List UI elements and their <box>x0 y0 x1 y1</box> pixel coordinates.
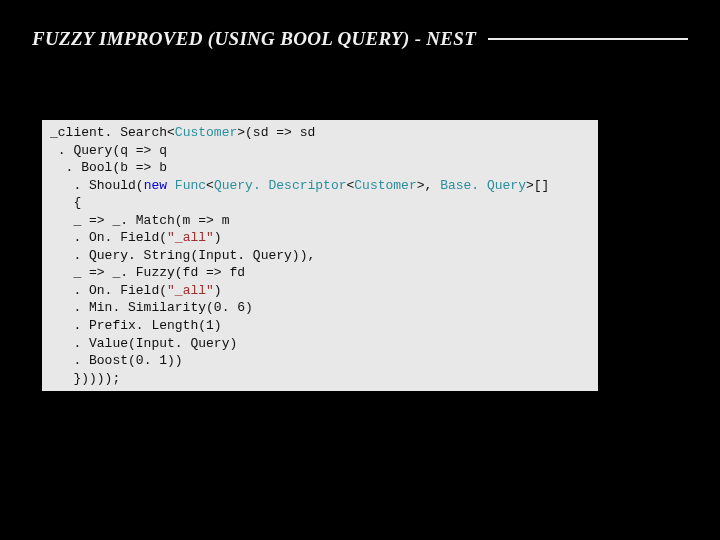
code-line-1: _client. Search<Customer>(sd => sd <box>50 125 315 140</box>
code-line-11: . Min. Similarity(0. 6) <box>50 300 253 315</box>
code-line-9: _ => _. Fuzzy(fd => fd <box>50 265 245 280</box>
title-rule <box>488 38 688 40</box>
slide: FUZZY IMPROVED (USING BOOL QUERY) - NEST… <box>0 0 720 540</box>
code-line-8: . Query. String(Input. Query)), <box>50 248 315 263</box>
title-row: FUZZY IMPROVED (USING BOOL QUERY) - NEST <box>32 28 688 50</box>
code-line-6: _ => _. Match(m => m <box>50 213 229 228</box>
code-line-13: . Value(Input. Query) <box>50 336 237 351</box>
code-line-2: . Query(q => q <box>50 143 167 158</box>
code-block: _client. Search<Customer>(sd => sd . Que… <box>42 120 598 391</box>
code-line-4: . Should(new Func<Query. Descriptor<Cust… <box>50 178 549 193</box>
code-line-10: . On. Field("_all") <box>50 283 222 298</box>
code-line-7: . On. Field("_all") <box>50 230 222 245</box>
slide-title: FUZZY IMPROVED (USING BOOL QUERY) - NEST <box>32 28 488 50</box>
code-line-15: })))); <box>50 371 120 386</box>
code-line-14: . Boost(0. 1)) <box>50 353 183 368</box>
code-line-5: { <box>50 195 81 210</box>
code-line-3: . Bool(b => b <box>50 160 167 175</box>
code-line-12: . Prefix. Length(1) <box>50 318 222 333</box>
